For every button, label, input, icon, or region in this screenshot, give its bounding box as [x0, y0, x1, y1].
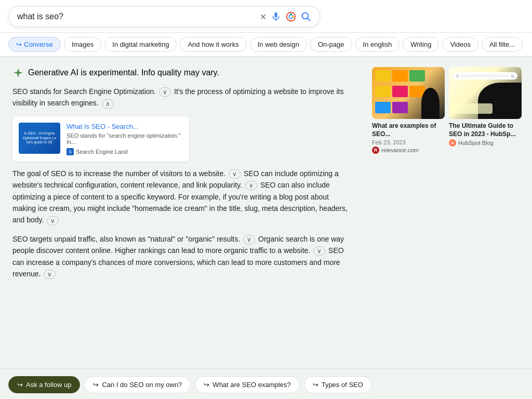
followup-label-3: What are SEO examples?: [212, 381, 290, 389]
image-card-1[interactable]: What are examples of SEO... Feb 23, 2023…: [372, 67, 445, 154]
image-card-thumb-1: [372, 67, 445, 119]
followup-arrow-icon-3: ↪: [204, 381, 209, 389]
tab-web-design[interactable]: In web design: [250, 37, 307, 52]
image-card-domain-text-1: relevance.com: [381, 147, 419, 153]
microphone-icon: [271, 11, 281, 22]
image-card-thumb-2: G 🔍: [449, 67, 522, 119]
tab-videos[interactable]: Videos: [442, 37, 478, 52]
clear-button[interactable]: ✕: [260, 12, 267, 22]
tab-on-page[interactable]: On-page: [310, 37, 352, 52]
ai-text-goal: The goal of SEO is to increase the numbe…: [12, 169, 225, 178]
main-content: Generative AI is experimental. Info qual…: [0, 57, 532, 368]
svg-point-3: [289, 15, 292, 18]
search-input[interactable]: [17, 12, 256, 21]
expand-btn-4[interactable]: ∨: [245, 181, 257, 190]
image-card-domain-text-2: HubSpot Blog: [458, 140, 494, 146]
expand-btn-6[interactable]: ∨: [243, 235, 255, 244]
types-of-seo-button[interactable]: ↪ Types of SEO: [304, 376, 372, 393]
gemini-icon: [12, 67, 24, 78]
source-title: What Is SEO - Search...: [66, 123, 183, 130]
relevance-icon: R: [372, 147, 379, 154]
source-domain: S Search Engine Land: [66, 148, 183, 155]
seo-examples-button[interactable]: ↪ What are SEO examples?: [195, 376, 299, 393]
svg-line-7: [308, 18, 310, 21]
expand-btn-3[interactable]: ∨: [229, 169, 241, 179]
can-i-do-seo-button[interactable]: ↪ Can I do SEO on my own?: [84, 376, 191, 393]
ai-disclaimer: Generative AI is experimental. Info qual…: [28, 68, 219, 77]
ai-text-organic: SEO targets unpaid traffic, also known a…: [12, 235, 240, 243]
voice-search-button[interactable]: [271, 11, 281, 22]
image-card-2[interactable]: G 🔍 The Ultimate Guide to SEO in 2023 - …: [449, 67, 522, 154]
search-bar-area: ✕: [0, 0, 532, 33]
source-info: What Is SEO - Search... SEO stands for "…: [66, 123, 183, 155]
followup-label-4: Types of SEO: [322, 381, 363, 389]
source-domain-icon: S: [66, 148, 74, 155]
source-thumbnail: Is SEO - ch Engine Optimizati Engine Le …: [19, 123, 60, 154]
expand-btn-8[interactable]: ∨: [44, 270, 56, 279]
image-card-domain-1: R relevance.com: [372, 147, 445, 154]
ai-paragraph-1: SEO stands for Search Engine Optimizatio…: [12, 86, 351, 109]
expand-btn-5[interactable]: ∨: [47, 216, 59, 225]
followup-label-2: Can I do SEO on my own?: [102, 381, 182, 389]
tab-writing[interactable]: Writing: [403, 37, 439, 52]
tab-images[interactable]: Images: [64, 37, 102, 52]
image-card-date-1: Feb 23, 2023: [372, 139, 445, 145]
ai-header: Generative AI is experimental. Info qual…: [12, 67, 351, 78]
expand-btn-1[interactable]: ∨: [159, 87, 171, 97]
converse-arrow-icon: ↪: [16, 41, 22, 48]
followup-arrow-icon-1: ↪: [17, 381, 23, 389]
ai-paragraph-2: The goal of SEO is to increase the numbe…: [12, 168, 351, 226]
followup-label-1: Ask a follow up: [26, 381, 71, 389]
tab-how-it-works[interactable]: And how it works: [180, 37, 246, 52]
ask-followup-button[interactable]: ↪ Ask a follow up: [8, 376, 80, 393]
source-thumb-text: Is SEO - ch Engine Optimizati Engine Le …: [19, 130, 60, 145]
filter-tabs: ↪ Converse Images In digital marketing A…: [0, 33, 532, 57]
svg-point-4: [290, 14, 292, 16]
expand-btn-7[interactable]: ∨: [313, 246, 325, 256]
image-cards-container: What are examples of SEO... Feb 23, 2023…: [372, 67, 522, 154]
search-icon: [301, 11, 311, 22]
source-domain-name: Search Engine Land: [76, 149, 128, 155]
ai-paragraph-3: SEO targets unpaid traffic, also known a…: [12, 233, 351, 280]
lens-icon: [285, 11, 297, 22]
tab-converse[interactable]: ↪ Converse: [8, 37, 61, 52]
image-card-domain-2: H HubSpot Blog: [449, 139, 522, 147]
image-card-title-1: What are examples of SEO...: [372, 122, 445, 138]
svg-rect-0: [275, 12, 277, 18]
source-snippet: SEO stands for "search engine optimizati…: [66, 132, 183, 145]
hubspot-icon: H: [449, 139, 456, 147]
ai-text-seo-def: SEO stands for Search Engine Optimizatio…: [12, 87, 156, 96]
google-lens-button[interactable]: [285, 11, 297, 22]
svg-marker-8: [14, 68, 23, 77]
search-button[interactable]: [301, 11, 311, 22]
followup-arrow-icon-2: ↪: [93, 381, 99, 389]
right-sidebar: What are examples of SEO... Feb 23, 2023…: [364, 57, 530, 368]
tab-in-english[interactable]: In english: [355, 37, 400, 52]
tab-digital-marketing[interactable]: In digital marketing: [104, 37, 177, 52]
expand-btn-2[interactable]: ∧: [102, 99, 114, 109]
followup-bar: ↪ Ask a follow up ↪ Can I do SEO on my o…: [0, 369, 532, 399]
ai-answer-panel: Generative AI is experimental. Info qual…: [0, 57, 364, 368]
tab-all-filters[interactable]: All filte...: [482, 37, 523, 52]
image-card-title-2: The Ultimate Guide to SEO in 2023 - HubS…: [449, 122, 522, 138]
source-card[interactable]: Is SEO - ch Engine Optimizati Engine Le …: [12, 116, 189, 162]
followup-arrow-icon-4: ↪: [313, 381, 318, 389]
svg-point-5: [292, 16, 295, 18]
search-bar: ✕: [8, 6, 320, 27]
